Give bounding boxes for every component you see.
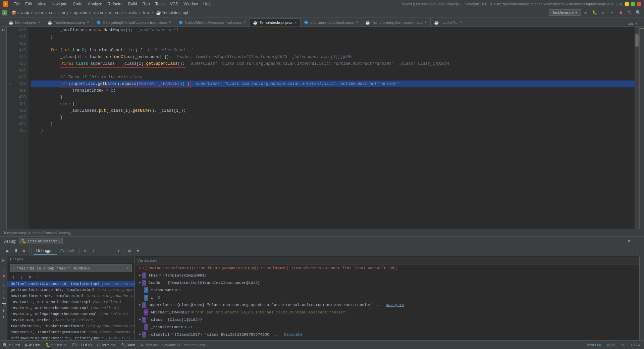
navigate-classi-btn[interactable]: Navigate — [284, 332, 303, 338]
frame-item-9[interactable]: siftDownUsingComparator:722, PriorityQue… — [7, 335, 135, 340]
frame-item-1[interactable]: getTransletInstance:451, TemplatesImpl (… — [7, 287, 135, 293]
project-icon[interactable]: 1 — [1, 29, 5, 31]
frame-item-7[interactable]: transform:129, InvokerTransformer (org.a… — [7, 323, 135, 329]
thread-dropdown[interactable]: ✔ *main*@1 in group *main*: RUNNING ▾ — [10, 264, 132, 272]
find-sidebar-btn[interactable]: 🔍 3: Find — [3, 343, 20, 347]
code-content[interactable]: _auxClasses = new HashMap<>(); _auxClass… — [29, 27, 635, 229]
menu-vcs[interactable]: VCS — [167, 1, 181, 7]
menu-analyze[interactable]: Analyze — [85, 1, 105, 7]
menu-edit[interactable]: Edit — [22, 1, 35, 7]
expand-classi[interactable]: ▶ — [139, 332, 141, 338]
tab-close-delegating[interactable]: ✕ — [169, 20, 171, 24]
menu-run[interactable]: Run — [140, 1, 153, 7]
debug-minimize-btn[interactable]: — — [633, 238, 641, 245]
expand-loader[interactable]: ▶ — [139, 280, 141, 286]
run-side-btn5[interactable]: ● — [2, 290, 5, 294]
tab-templatesimpl[interactable]: ☕ TemplatesImpl.java ✕ — [250, 18, 300, 27]
breadcrumb-xsltc[interactable]: xsltc — [127, 10, 138, 16]
encoding-indicator[interactable]: UTF-8 — [631, 343, 641, 347]
tab-debugger[interactable]: Debugger — [34, 247, 57, 255]
menu-help[interactable]: Help — [201, 1, 214, 7]
breadcrumb-apache[interactable]: apache — [73, 10, 89, 16]
tab-instrumentation[interactable]: 🔷 InstrumentationImpl.class ✕ — [301, 18, 362, 27]
run-side-btn2[interactable]: ⏸ — [2, 267, 5, 272]
menu-build[interactable]: Build — [125, 1, 140, 7]
frame-item-4[interactable]: invoke:62, NativeMethodAccessorImpl (sun… — [7, 305, 135, 311]
menu-view[interactable]: View — [35, 1, 49, 7]
tab-close-templates[interactable]: ✕ — [294, 21, 297, 24]
debug-settings-btn[interactable]: ⚙ — [625, 238, 633, 245]
tab-console[interactable]: Console — [58, 247, 78, 255]
expand-superclass[interactable]: ▶ — [139, 302, 141, 308]
menu-navigate[interactable]: Navigate — [49, 1, 70, 7]
build-button[interactable]: 🔨 — [626, 9, 633, 16]
run-side-btn6[interactable]: ✎ — [2, 296, 5, 300]
tab-close-invoker[interactable]: ✕ — [460, 20, 463, 24]
stop-debug-btn[interactable]: ■ — [20, 247, 28, 255]
restore-layout-btn[interactable]: ⊞ — [126, 247, 133, 255]
menu-refactor[interactable]: Refactor — [105, 1, 125, 7]
tab-invoker[interactable]: ☕ InvokerT... ✕ — [431, 18, 466, 27]
step-over-btn[interactable]: ↷ — [82, 247, 89, 255]
run-to-cursor-btn[interactable]: → — [107, 247, 114, 255]
tab-method-java[interactable]: ☕ Method.java ✕ — [5, 18, 44, 27]
editor-scrollbar[interactable] — [635, 27, 639, 229]
tabs-scroll-right[interactable]: ▶ — [632, 21, 634, 27]
scrollbar-thumb[interactable] — [635, 34, 639, 47]
breadcrumb-xalan[interactable]: xalan — [92, 10, 105, 16]
frame-item-3[interactable]: invoke0:-1, NativeMethodAccessorImpl (su… — [7, 299, 135, 305]
debug-session-tab[interactable]: 🐛 TestJavassist ✕ — [19, 238, 63, 244]
menu-code[interactable]: Code — [70, 1, 85, 7]
breadcrumb-org[interactable]: org — [61, 10, 69, 16]
lf-indicator[interactable]: LF — [621, 343, 626, 347]
build-sidebar-btn[interactable]: 🔨 Build — [121, 343, 135, 347]
stop-button[interactable]: ■ — [617, 9, 625, 16]
menu-window[interactable]: Window — [181, 1, 201, 7]
tab-transforming[interactable]: ☕ TransformingComparator.java ✕ — [362, 18, 431, 27]
coverage-button[interactable]: ▷ — [600, 9, 607, 16]
event-log-link[interactable]: Event Log — [585, 343, 601, 347]
run-sidebar-btn[interactable]: ▶ 4: Run — [25, 343, 40, 347]
frame-item-2[interactable]: newTransformer:486, TemplatesImpl (com.s… — [7, 293, 135, 299]
breadcrumb-internal[interactable]: internal — [108, 10, 124, 16]
frame-item-6[interactable]: invoke:498, Method (java.lang.reflect) — [7, 317, 135, 323]
frame-filter-btn[interactable]: ▽ — [26, 273, 34, 281]
frame-add-btn[interactable]: + — [34, 273, 42, 281]
close-btn[interactable] — [637, 2, 641, 6]
frame-down-btn[interactable]: ↓ — [18, 273, 25, 281]
tab-native[interactable]: 🔷 NativeMethodAccessorImpl.class ✕ — [175, 18, 250, 27]
maximize-btn[interactable] — [631, 2, 635, 6]
menu-tools[interactable]: Tools — [153, 1, 167, 7]
tabs-dropdown[interactable]: ▾ — [635, 21, 637, 27]
run-config-selector[interactable]: TestJavassist ▾ — [549, 9, 581, 16]
step-into-btn[interactable]: ↓ — [90, 247, 97, 255]
pause-btn[interactable]: ⏸ — [12, 247, 19, 255]
breadcrumb-sun[interactable]: sun — [48, 10, 57, 16]
frame-item-5[interactable]: invoke:43, DelegatingMethodAccessorImpl … — [7, 311, 135, 317]
breadcrumb-trax[interactable]: trax — [142, 10, 151, 16]
tab-close-testjavassist[interactable]: ✕ — [87, 20, 89, 24]
tab-close-instrumentation[interactable]: ✕ — [356, 20, 358, 24]
tabs-scroll-left[interactable]: ◀ — [628, 21, 630, 27]
tab-close-method[interactable]: ✕ — [38, 20, 41, 24]
run-button[interactable]: ▶ — [582, 9, 590, 16]
step-out-btn[interactable]: ↑ — [98, 247, 106, 255]
show-execution-btn[interactable]: ≡ — [135, 247, 142, 255]
expand-this[interactable]: ▶ — [139, 272, 141, 279]
run-green-btn[interactable]: ▶ — [2, 257, 5, 263]
frame-up-btn[interactable]: ↑ — [10, 273, 17, 281]
search-button[interactable]: 🔍 — [635, 9, 642, 16]
breadcrumb-com[interactable]: com — [34, 10, 44, 16]
debug-layout-btn[interactable]: ⊡ — [635, 247, 642, 255]
run-side-btn7[interactable]: 📷 — [1, 302, 6, 306]
run-side-btn4[interactable]: ✓ — [2, 283, 5, 288]
navigate-superclass-btn[interactable]: Navigate — [386, 302, 404, 308]
run-side-btn9[interactable]: ★ — [2, 315, 5, 319]
menu-file[interactable]: File — [11, 1, 22, 7]
tab-delegating[interactable]: 🔷 DelegatingMethodAccessorImpl.class ✕ — [93, 18, 175, 27]
resume-btn[interactable]: ▶ — [4, 247, 11, 255]
breadcrumb-srczip[interactable]: 📦 src.zip — [10, 10, 31, 16]
evaluate-btn[interactable]: ⚡ — [115, 247, 122, 255]
run-side-btn8[interactable]: ⚙ — [2, 308, 5, 313]
frame-item-0[interactable]: defineTransletClasses:418, TemplatesImpl… — [7, 281, 135, 287]
